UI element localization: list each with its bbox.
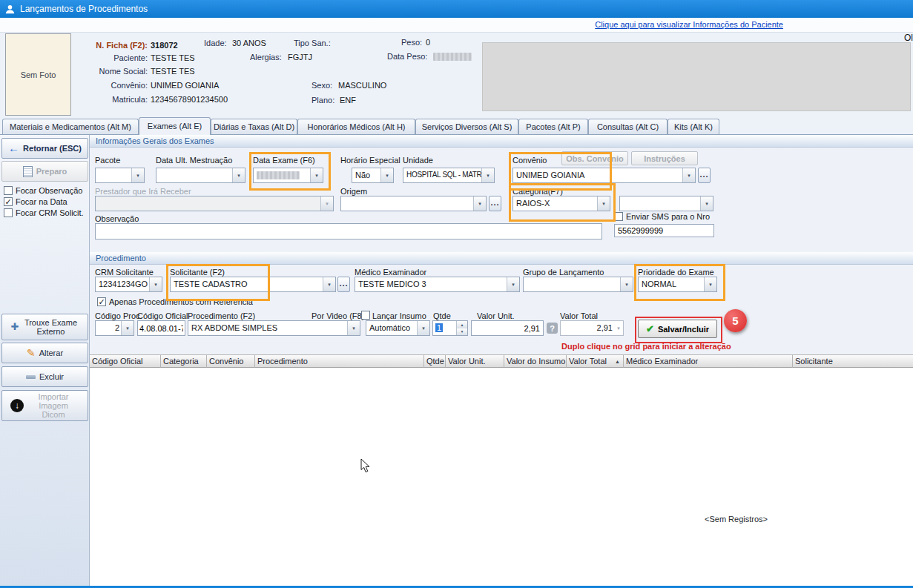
chevron-down-icon: ▾ xyxy=(149,277,162,291)
app-person-icon xyxy=(4,4,16,15)
importar-imagem-dicom-button[interactable]: ↓ Importar Imagem Dicom xyxy=(1,390,88,421)
qtde-stepper[interactable]: 1 ▲ ▼ xyxy=(432,320,468,336)
matricula-value: 12345678901234500 xyxy=(151,95,228,105)
enviar-sms-checkbox[interactable]: Enviar SMS para o Nro xyxy=(614,212,710,221)
valor-unit-input[interactable] xyxy=(471,320,544,336)
patient-photo-placeholder: Sem Foto xyxy=(5,33,71,116)
observacao-input[interactable] xyxy=(95,223,602,240)
alterar-label: Alterar xyxy=(39,348,63,357)
grid-col-categoria[interactable]: Categoria xyxy=(161,354,207,368)
plano-value: ENF xyxy=(340,96,356,105)
grid-col-valor-insumo[interactable]: Valor do Insumo xyxy=(504,354,567,368)
spinner-up-icon[interactable]: ▲ xyxy=(457,321,467,328)
chevron-down-icon: ▾ xyxy=(320,196,333,211)
retornar-button[interactable]: ← Retornar (ESC) xyxy=(1,138,88,159)
grid-col-convenio[interactable]: Convênio xyxy=(207,354,255,368)
codigo-oficial-input[interactable] xyxy=(137,320,185,336)
convenio-browse-button[interactable]: ... xyxy=(698,168,711,183)
plus-cross-icon: ✚ xyxy=(11,323,19,331)
save-check-icon: ✔ xyxy=(646,325,654,334)
sexo-label: Sexo: xyxy=(312,81,332,90)
download-arrow-icon: ↓ xyxy=(10,399,24,412)
codigo-proc-select[interactable]: 2▾ xyxy=(95,320,134,336)
crm-solicitante-select[interactable]: 12341234GO▾ xyxy=(95,277,162,292)
obs-convenio-button[interactable]: Obs. Convenio xyxy=(561,151,628,165)
window-titlebar: Lançamentos de Procedimentos xyxy=(0,0,913,18)
horario-especial-select[interactable]: Não▾ xyxy=(352,168,394,183)
grid-col-solicitante[interactable]: Solicitante xyxy=(793,354,913,368)
focar-na-data-checkbox[interactable]: ✓ Focar na Data xyxy=(4,197,67,206)
mouse-cursor xyxy=(360,458,371,473)
lancar-insumo-select[interactable]: Automático▾ xyxy=(366,320,430,336)
grupo-lancamento-select[interactable]: ▾ xyxy=(523,277,633,292)
procedimentos-grid[interactable] xyxy=(90,368,913,586)
tab-consultas[interactable]: Consultas (Alt C) xyxy=(588,119,668,134)
origem-browse-button[interactable]: ... xyxy=(489,196,501,211)
tab-exames[interactable]: Exames (Alt E) xyxy=(139,117,211,135)
sms-numero-input[interactable] xyxy=(614,224,714,237)
preparo-button[interactable]: Preparo xyxy=(1,161,88,182)
tab-materiais-e-medicamentos[interactable]: Materiais e Medicamentos (Alt M) xyxy=(2,119,139,134)
sexo-value: MASCULINO xyxy=(338,81,386,90)
origem-select[interactable]: ▾ xyxy=(340,196,487,211)
convenio-select[interactable]: UNIMED GOIANIA▾ xyxy=(512,168,696,183)
tab-pacotes[interactable]: Pacotes (Alt P) xyxy=(518,119,588,134)
chevron-down-icon: ▾ xyxy=(507,277,519,291)
categoria-secondary-select[interactable]: ▾ xyxy=(619,196,713,211)
prioridade-exame-select[interactable]: NORMAL▾ xyxy=(638,277,717,292)
trouxe-exame-externo-button[interactable]: ✚ Trouxe Exame Externo xyxy=(1,314,88,340)
medico-examinador-select[interactable]: TESTE MEDICO 3▾ xyxy=(355,277,520,292)
help-icon[interactable]: ? xyxy=(547,323,558,334)
chevron-down-icon: ▾ xyxy=(700,196,713,211)
alergias-value: FGJTJ xyxy=(288,53,312,62)
checkbox-check-icon: ✓ xyxy=(97,297,106,306)
unidade-select[interactable]: HOSPITAL SQL - MATRIZ▾ xyxy=(403,168,495,183)
excluir-button[interactable]: Excluir xyxy=(1,366,88,387)
por-video-checkbox[interactable] xyxy=(361,311,370,320)
instrucoes-button[interactable]: Instruções xyxy=(631,151,698,165)
tab-kits[interactable]: Kits (Alt K) xyxy=(668,119,719,134)
grid-col-valor-unit[interactable]: Valor Unit. xyxy=(446,354,504,368)
data-peso-redacted-value xyxy=(433,53,472,61)
grid-col-codigo-oficial[interactable]: Código Oficial xyxy=(90,354,161,368)
checkbox-box xyxy=(361,311,370,320)
alergias-label: Alergias: xyxy=(250,53,282,62)
data-exame-select[interactable]: ▾ xyxy=(253,168,323,183)
spinner-down-icon[interactable]: ▼ xyxy=(457,328,467,336)
ficha-label: N. Ficha (F2): xyxy=(71,41,148,50)
focar-na-data-label: Focar na Data xyxy=(16,197,67,206)
data-ult-mestruacao-label: Data Ult. Mestruação xyxy=(156,156,232,165)
alterar-button[interactable]: ✎ Alterar xyxy=(1,343,88,363)
tab-diarias-e-taxas[interactable]: Diárias e Taxas (Alt D) xyxy=(211,119,297,134)
chevron-down-icon: ▾ xyxy=(131,168,144,182)
patient-info-link[interactable]: Clique aqui para visualizar Informações … xyxy=(595,20,783,29)
tab-servicos-diversos[interactable]: Serviços Diversos (Alt S) xyxy=(415,119,518,134)
ellipsis-icon: ... xyxy=(339,279,348,291)
focar-observacao-checkbox[interactable]: Focar Observação xyxy=(4,186,82,195)
window-title: Lançamentos de Procedimentos xyxy=(20,4,148,14)
chevron-down-icon: ▾ xyxy=(417,321,429,335)
pencil-icon: ✎ xyxy=(27,348,36,357)
procedimento-f2-select[interactable]: RX ABDOME SIMPLES▾ xyxy=(188,320,360,336)
data-ult-mestruacao-select[interactable]: ▾ xyxy=(156,168,245,183)
ellipsis-icon: ... xyxy=(490,198,499,210)
pacote-select[interactable]: ▾ xyxy=(95,168,145,183)
pacote-label: Pacote xyxy=(95,156,120,165)
salvar-incluir-button[interactable]: ✔ Salvar/Incluir xyxy=(638,320,717,338)
grid-col-valor-total[interactable]: Valor Total ▲ xyxy=(567,354,624,368)
tab-honorarios-medicos[interactable]: Honorários Médicos (Alt H) xyxy=(297,119,415,134)
ellipsis-icon: ... xyxy=(699,170,708,182)
solicitante-browse-button[interactable]: ... xyxy=(337,277,350,292)
solicitante-select[interactable]: TESTE CADASTRO▾ xyxy=(170,277,336,292)
grid-col-medico-examinador[interactable]: Médico Examinador xyxy=(624,354,793,368)
grid-col-qtde[interactable]: Qtde xyxy=(424,354,446,368)
grid-col-procedimento[interactable]: Procedimento xyxy=(255,354,424,368)
apenas-referencia-checkbox[interactable]: ✓ Apenas Procedimentos com Referencia xyxy=(97,297,253,306)
convenio-label: Convênio xyxy=(512,156,547,165)
tipo-san-label: Tipo San.: xyxy=(294,39,331,48)
chevron-down-icon: ▾ xyxy=(121,321,134,335)
categoria-select[interactable]: RAIOS-X▾ xyxy=(512,196,610,211)
trouxe-exame-externo-label: Trouxe Exame Externo xyxy=(22,318,79,336)
data-peso-label: Data Peso: xyxy=(387,52,427,62)
focar-crm-solicit-checkbox[interactable]: Focar CRM Solicit. xyxy=(4,208,84,217)
